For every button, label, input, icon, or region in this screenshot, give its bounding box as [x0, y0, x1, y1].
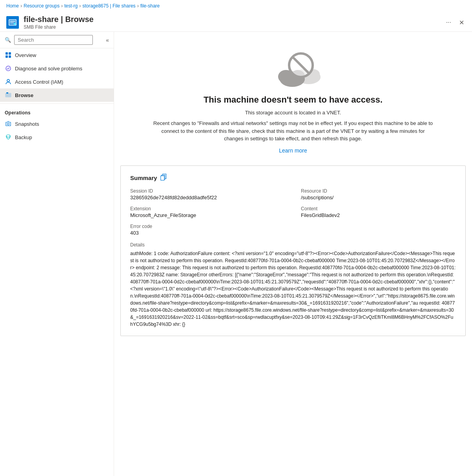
svg-point-4 — [14, 23, 16, 25]
session-id-label: Session ID — [130, 188, 285, 194]
content-field: Content FilesGridBladev2 — [301, 206, 456, 218]
error-code-value: 403 — [130, 230, 285, 236]
error-section: This machine doesn't seem to have access… — [114, 32, 472, 165]
error-illustration — [269, 48, 317, 87]
details-label: Details — [130, 242, 456, 248]
sidebar-item-iam[interactable]: Access Control (IAM) — [0, 75, 114, 88]
breadcrumb-storage-file-shares[interactable]: storage8675 | File shares — [82, 3, 135, 9]
error-code-label: Error code — [130, 224, 285, 229]
snapshots-icon — [5, 120, 12, 127]
diagnose-icon — [5, 65, 12, 72]
breadcrumb-home[interactable]: Home — [6, 3, 19, 9]
extension-field: Extension Microsoft_Azure_FileStorage — [130, 206, 285, 218]
summary-title: Summary — [130, 175, 157, 181]
summary-card: Summary 🗍 Session ID 32865926de7248fd82d… — [120, 165, 466, 336]
main-layout: 🔍 « Overview Diagnose — [0, 32, 472, 476]
sidebar-divider-operations — [0, 103, 114, 104]
svg-rect-6 — [9, 52, 11, 55]
page-title: file-share | Browse — [24, 15, 440, 24]
error-description: Recent changes to "Firewalls and virtual… — [151, 119, 435, 143]
svg-point-13 — [7, 123, 9, 125]
content-value: FilesGridBladev2 — [301, 212, 456, 218]
svg-rect-8 — [9, 55, 11, 58]
svg-point-14 — [6, 135, 10, 137]
svg-rect-3 — [10, 22, 14, 23]
breadcrumb-test-rg[interactable]: test-rg — [64, 3, 77, 9]
summary-grid: Session ID 32865926de7248fd82deddd8adfe5… — [130, 188, 456, 236]
breadcrumb-resource-groups[interactable]: Resource groups — [24, 3, 59, 9]
details-section: Details authMode: 1 code: AuthorizationF… — [130, 242, 456, 328]
copy-icon[interactable]: 🗍 — [160, 174, 167, 182]
svg-rect-2 — [10, 21, 15, 22]
breadcrumb: Home › Resource groups › test-rg › stora… — [0, 0, 472, 12]
sidebar: 🔍 « Overview Diagnose — [0, 32, 114, 476]
breadcrumb-file-share[interactable]: file-share — [140, 3, 160, 9]
sidebar-search-area: 🔍 « — [0, 32, 114, 48]
details-text: authMode: 1 code: AuthorizationFailure c… — [130, 250, 456, 328]
sidebar-item-label: Access Control (IAM) — [15, 79, 63, 85]
backup-icon — [5, 134, 12, 141]
page-header: file-share | Browse SMB File share ··· ✕ — [0, 12, 472, 32]
iam-icon — [5, 78, 12, 85]
sidebar-item-label: Diagnose and solve problems — [15, 66, 82, 72]
extension-value: Microsoft_Azure_FileStorage — [130, 212, 285, 218]
sidebar-item-backup[interactable]: Backup — [0, 130, 114, 144]
error-code-field: Error code 403 — [130, 224, 285, 236]
main-content: This machine doesn't seem to have access… — [114, 32, 472, 476]
resource-id-field: Resource ID /subscriptions/ — [301, 188, 456, 200]
sidebar-item-label: Snapshots — [15, 121, 39, 127]
svg-rect-5 — [6, 52, 8, 55]
header-title-group: file-share | Browse SMB File share — [24, 15, 440, 30]
browse-icon — [5, 92, 12, 99]
collapse-button[interactable]: « — [106, 37, 109, 43]
learn-more-link[interactable]: Learn more — [279, 147, 307, 154]
search-input[interactable] — [14, 35, 93, 45]
svg-point-10 — [7, 79, 9, 82]
svg-rect-11 — [6, 93, 11, 97]
more-button[interactable]: ··· — [444, 17, 453, 28]
resource-icon — [6, 16, 19, 29]
sidebar-item-overview[interactable]: Overview — [0, 48, 114, 62]
error-title: This machine doesn't seem to have access… — [203, 95, 382, 105]
search-icon: 🔍 — [5, 37, 11, 43]
sidebar-item-label: Browse — [15, 92, 33, 98]
operations-section-label: Operations — [0, 105, 114, 117]
content-label: Content — [301, 206, 456, 211]
svg-rect-12 — [6, 92, 8, 94]
sidebar-item-browse[interactable]: Browse — [0, 88, 114, 102]
sidebar-item-diagnose[interactable]: Diagnose and solve problems — [0, 62, 114, 75]
error-subtitle: This storage account is located in a VNE… — [245, 110, 341, 116]
summary-header: Summary 🗍 — [130, 174, 456, 182]
svg-rect-7 — [6, 55, 8, 58]
resource-id-label: Resource ID — [301, 188, 456, 194]
close-button[interactable]: ✕ — [457, 17, 466, 28]
session-id-value: 32865926de7248fd82deddd8adfe5f22 — [130, 195, 285, 200]
page-subtitle: SMB File share — [24, 24, 440, 30]
extension-label: Extension — [130, 206, 285, 211]
session-id-field: Session ID 32865926de7248fd82deddd8adfe5… — [130, 188, 285, 200]
overview-icon — [5, 51, 12, 59]
sidebar-item-label: Overview — [15, 52, 36, 58]
sidebar-item-snapshots[interactable]: Snapshots — [0, 117, 114, 130]
sidebar-item-label: Backup — [15, 134, 32, 140]
resource-id-value: /subscriptions/ — [301, 195, 456, 200]
